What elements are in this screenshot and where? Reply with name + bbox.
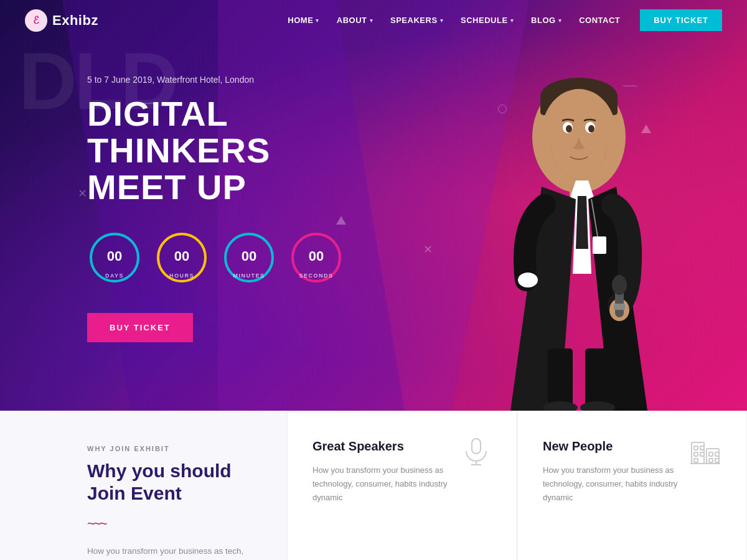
countdown-days: 00 DAYS xyxy=(87,230,142,285)
svg-rect-46 xyxy=(715,459,719,462)
svg-rect-39 xyxy=(700,446,704,450)
minutes-value: 00 xyxy=(242,248,256,264)
svg-rect-40 xyxy=(694,452,698,456)
days-value: 00 xyxy=(107,248,122,264)
logo[interactable]: ℰ Exhibz xyxy=(25,9,98,32)
feature-1-desc: How you transform your business as techn… xyxy=(312,464,449,505)
speaker-figure-svg xyxy=(461,12,697,411)
nav-blog[interactable]: BLOG ▾ xyxy=(524,11,569,30)
why-join-section: WHY JOIN EXHIBIT Why you should Join Eve… xyxy=(0,411,286,560)
why-join-tag: WHY JOIN EXHIBIT xyxy=(87,445,255,452)
hero-content: 5 to 7 June 2019, Waterfront Hotel, Lond… xyxy=(87,75,411,342)
svg-point-31 xyxy=(566,125,572,133)
bottom-section: WHY JOIN EXHIBIT Why you should Join Eve… xyxy=(0,411,747,560)
chevron-down-icon: ▾ xyxy=(510,17,514,24)
logo-icon: ℰ xyxy=(25,9,47,32)
buy-ticket-hero-button[interactable]: BUY TICKET xyxy=(87,313,193,342)
chevron-down-icon: ▾ xyxy=(316,17,319,24)
svg-rect-23 xyxy=(614,304,625,310)
hours-value: 00 xyxy=(174,248,189,264)
countdown-seconds: 00 SECONDS xyxy=(289,230,344,285)
why-join-title: Why you should Join Event xyxy=(87,460,255,505)
countdown-hours: 00 HOURS xyxy=(154,230,209,285)
minutes-label: MINUTES xyxy=(233,273,265,279)
deco-x-2: ✕ xyxy=(423,243,433,256)
svg-point-24 xyxy=(518,273,538,287)
seconds-value: 00 xyxy=(309,248,324,264)
countdown-minutes: 00 MINUTES xyxy=(222,230,276,285)
why-join-description: How you transform your business as tech, xyxy=(87,544,255,558)
svg-point-22 xyxy=(612,275,627,295)
hero-title: DIGITAL THINKERS MEET UP xyxy=(87,96,411,205)
chevron-down-icon: ▾ xyxy=(558,17,562,24)
svg-rect-45 xyxy=(709,459,713,462)
svg-rect-44 xyxy=(715,452,719,456)
svg-point-32 xyxy=(588,125,594,133)
deco-x-1: ✕ xyxy=(78,187,87,200)
countdown: 00 DAYS 00 HOURS 00 MINUTES xyxy=(87,230,411,285)
chevron-down-icon: ▾ xyxy=(440,17,444,24)
why-wave-decoration: ~~~ xyxy=(87,516,255,532)
speaker-image xyxy=(448,12,710,411)
buy-ticket-nav-button[interactable]: BUY TICKET xyxy=(640,9,722,31)
hero-date: 5 to 7 June 2019, Waterfront Hotel, Lond… xyxy=(87,75,411,85)
chevron-down-icon: ▾ xyxy=(370,17,374,24)
svg-rect-19 xyxy=(593,236,606,254)
svg-marker-17 xyxy=(576,196,588,249)
nav-contact[interactable]: CONTACT xyxy=(571,11,627,30)
hero-section: DLD ~~~ ✕ ✕ ~~~ ℰ Exhibz HOME ▾ ABOUT ▾ … xyxy=(0,0,747,411)
building-icon xyxy=(689,436,721,472)
feature-card-speakers: Great Speakers How you transform your bu… xyxy=(287,411,517,560)
hours-label: HOURS xyxy=(169,273,194,279)
mic-icon xyxy=(461,436,491,472)
svg-rect-43 xyxy=(709,452,713,456)
svg-rect-41 xyxy=(700,452,704,456)
nav-home[interactable]: HOME ▾ xyxy=(280,11,327,30)
main-nav: HOME ▾ ABOUT ▾ SPEAKERS ▾ SCHEDULE ▾ BLO… xyxy=(280,11,627,30)
feature-2-desc: How you transform your business as techn… xyxy=(543,464,680,505)
header: ℰ Exhibz HOME ▾ ABOUT ▾ SPEAKERS ▾ SCHED… xyxy=(0,0,747,40)
feature-card-new-people: New People How you transform your busine… xyxy=(517,411,747,560)
svg-point-11 xyxy=(542,89,616,179)
svg-rect-42 xyxy=(694,459,698,462)
svg-rect-33 xyxy=(472,439,481,454)
nav-speakers[interactable]: SPEAKERS ▾ xyxy=(383,11,451,30)
nav-schedule[interactable]: SCHEDULE ▾ xyxy=(453,11,521,30)
days-label: DAYS xyxy=(105,273,124,279)
seconds-label: SECONDS xyxy=(299,273,333,279)
svg-rect-38 xyxy=(694,446,698,450)
nav-about[interactable]: ABOUT ▾ xyxy=(329,11,380,30)
logo-text: Exhibz xyxy=(52,12,98,29)
